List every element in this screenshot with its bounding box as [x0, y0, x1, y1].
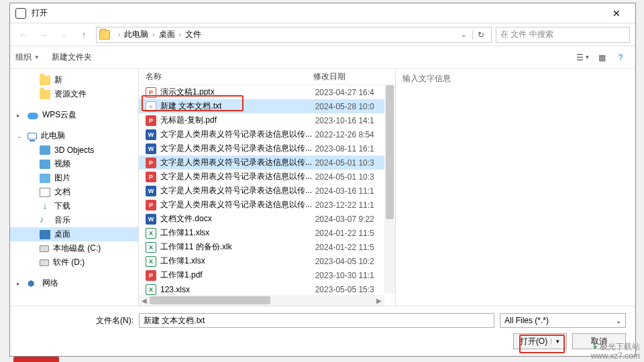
filename-input[interactable]	[139, 313, 494, 328]
sidebar-item-this-pc[interactable]: ⌄此电脑	[10, 129, 138, 143]
sidebar-item-music[interactable]: ♪音乐	[10, 213, 138, 227]
breadcrumb-history-dropdown[interactable]: ⌄	[458, 31, 470, 38]
sidebar-item-documents[interactable]: 文档	[10, 185, 138, 199]
up-button[interactable]: ↑	[76, 27, 92, 43]
search-input[interactable]: 在 文件 中搜索	[496, 27, 630, 43]
sidebar-item-drive-c[interactable]: 本地磁盘 (C:)	[10, 241, 138, 255]
recent-dropdown-icon[interactable]: ⌄	[56, 27, 72, 43]
file-row[interactable]: W文字是人类用表义符号记录表达信息以传...2023-08-11 16:1	[139, 141, 395, 156]
file-name: 文字是人类用表义符号记录表达信息以传...	[160, 199, 315, 210]
preview-pane: 输入文字信息	[395, 69, 635, 306]
file-date: 2024-05-01 10:3	[315, 158, 395, 168]
help-icon[interactable]: ?	[611, 50, 630, 65]
back-button[interactable]: ←	[15, 27, 32, 43]
background-button-fragment	[13, 357, 59, 362]
sidebar-item-desktop[interactable]: 桌面	[10, 227, 138, 241]
breadcrumb[interactable]: › 此电脑 › 桌面 › 文件 ⌄ ↻	[96, 27, 492, 43]
cancel-button[interactable]: 取消	[572, 333, 626, 349]
open-button[interactable]: 打开(O) ▼	[513, 333, 567, 349]
chevron-down-icon: ▼	[34, 54, 40, 60]
docx-file-icon: W	[146, 143, 156, 154]
breadcrumb-item[interactable]: 此电脑	[124, 29, 148, 40]
sidebar-item-resources[interactable]: 资源文件	[10, 87, 138, 101]
file-name: 工作簿1.xlsx	[160, 255, 315, 267]
sidebar-item-drive-d[interactable]: 软件 (D:)	[10, 255, 138, 269]
forward-button[interactable]: →	[36, 27, 52, 43]
file-row[interactable]: X工作簿11 的备份.xlk2024-01-22 11:5	[139, 240, 395, 254]
sidebar-item-wps-cloud[interactable]: ▸WPS云盘	[10, 108, 138, 122]
body-area: 新 资源文件 ▸WPS云盘 ⌄此电脑 3D Objects 视频 图片 文档 ↓…	[10, 69, 635, 306]
collapse-icon[interactable]: ⌄	[17, 133, 23, 139]
file-date: 2023-10-16 14:1	[315, 116, 395, 125]
xlsx-file-icon: X	[146, 256, 156, 267]
expand-icon[interactable]: ▸	[17, 112, 23, 119]
file-name: 文档文件.docx	[160, 213, 315, 225]
sidebar-item-downloads[interactable]: ↓下载	[10, 199, 138, 213]
navigation-bar: ← → ⌄ ↑ › 此电脑 › 桌面 › 文件 ⌄ ↻ 在 文件 中搜索	[10, 23, 635, 46]
file-date: 2024-03-07 9:22	[315, 215, 395, 224]
cloud-icon	[28, 113, 38, 119]
xlk-file-icon: X	[146, 242, 156, 253]
file-date: 2023-04-05 10:2	[315, 257, 395, 266]
file-name: 文字是人类用表义符号记录表达信息以传...	[160, 143, 315, 154]
vertical-scrollbar[interactable]	[384, 85, 395, 294]
file-row[interactable]: X工作簿11.xlsx2024-01-22 11:5	[139, 226, 395, 240]
folder-icon	[40, 76, 50, 85]
scroll-right-icon[interactable]: ▶	[374, 297, 384, 304]
network-icon: ⬢	[28, 279, 38, 288]
filename-label: 文件名(N):	[19, 315, 133, 326]
xlsx-file-icon: X	[146, 284, 156, 295]
document-icon	[40, 188, 50, 197]
file-date: 2023-12-22 11:1	[315, 200, 395, 210]
breadcrumb-item[interactable]: 文件	[185, 29, 201, 40]
docx-file-icon: W	[146, 129, 156, 140]
expand-icon[interactable]: ▸	[17, 280, 23, 287]
chevron-right-icon: ›	[179, 31, 181, 38]
file-row[interactable]: P文字是人类用表义符号记录表达信息以传...2024-05-01 10:3	[139, 156, 395, 170]
close-icon[interactable]: ✕	[603, 8, 630, 19]
file-date: 2024-05-01 10:3	[315, 172, 395, 182]
scrollbar-thumb[interactable]	[150, 296, 270, 304]
horizontal-scrollbar[interactable]: ◀ ▶	[139, 295, 384, 306]
organize-menu[interactable]: 组织 ▼	[15, 52, 40, 63]
file-row[interactable]: W文字是人类用表义符号记录表达信息以传...2022-12-26 8:54	[139, 127, 395, 141]
toolbar: 组织 ▼ 新建文件夹 ☰▼ ▦ ?	[10, 46, 635, 69]
sidebar-item-pictures[interactable]: 图片	[10, 171, 138, 185]
file-row[interactable]: P文字是人类用表义符号记录表达信息以传...2023-12-22 11:1	[139, 198, 395, 212]
txt-file-icon: ≡	[146, 101, 156, 112]
sidebar-item-network[interactable]: ▸⬢网络	[10, 276, 138, 290]
scroll-left-icon[interactable]: ◀	[139, 297, 150, 304]
scrollbar-thumb[interactable]	[386, 85, 394, 219]
refresh-icon[interactable]: ↻	[472, 30, 488, 40]
file-row[interactable]: W文档文件.docx2024-03-07 9:22	[139, 212, 395, 226]
preview-pane-icon[interactable]: ▦	[592, 50, 611, 65]
sidebar-item-new[interactable]: 新	[10, 73, 138, 87]
chevron-right-icon: ›	[118, 31, 120, 38]
column-modified[interactable]: 修改日期	[313, 71, 394, 82]
pdf-file-icon: P	[146, 200, 156, 210]
file-type-filter[interactable]: All Files (*.*) ⌄	[500, 313, 626, 328]
sidebar-item-3d-objects[interactable]: 3D Objects	[10, 143, 138, 157]
file-row[interactable]: P文字是人类用表义符号记录表达信息以传...2024-05-01 10:3	[139, 170, 395, 184]
view-options-icon[interactable]: ☰▼	[574, 50, 592, 65]
file-row[interactable]: X123.xlsx2023-05-05 15:3	[139, 282, 395, 296]
file-row[interactable]: W文字是人类用表义符号记录表达信息以传...2024-03-16 11:1	[139, 184, 395, 198]
file-list[interactable]: P演示文稿1.pptx2023-04-27 16:4≡新建 文本文档.txt20…	[139, 85, 395, 306]
file-row[interactable]: X工作簿1.xlsx2023-04-05 10:2	[139, 254, 395, 268]
file-name: 工作簿11 的备份.xlk	[160, 241, 315, 253]
file-date: 2024-01-22 11:5	[315, 243, 395, 252]
drive-icon	[40, 259, 49, 266]
pdf-file-icon: P	[146, 270, 156, 281]
sidebar-item-videos[interactable]: 视频	[10, 157, 138, 171]
file-row[interactable]: P工作簿1.pdf2023-10-30 11:1	[139, 268, 395, 282]
3d-icon	[40, 145, 50, 155]
file-date: 2024-01-22 11:5	[315, 229, 395, 238]
column-name[interactable]: 名称	[139, 71, 313, 82]
file-date: 2023-08-11 16:1	[315, 144, 395, 154]
file-row[interactable]: P演示文稿1.pptx2023-04-27 16:4	[139, 85, 395, 99]
file-row[interactable]: P无标题-复制.pdf2023-10-16 14:1	[139, 113, 395, 127]
new-folder-button[interactable]: 新建文件夹	[52, 52, 92, 63]
breadcrumb-item[interactable]: 桌面	[159, 29, 175, 40]
file-row[interactable]: ≡新建 文本文档.txt2024-05-28 10:0	[139, 99, 395, 113]
file-name: 文字是人类用表义符号记录表达信息以传...	[160, 157, 315, 168]
